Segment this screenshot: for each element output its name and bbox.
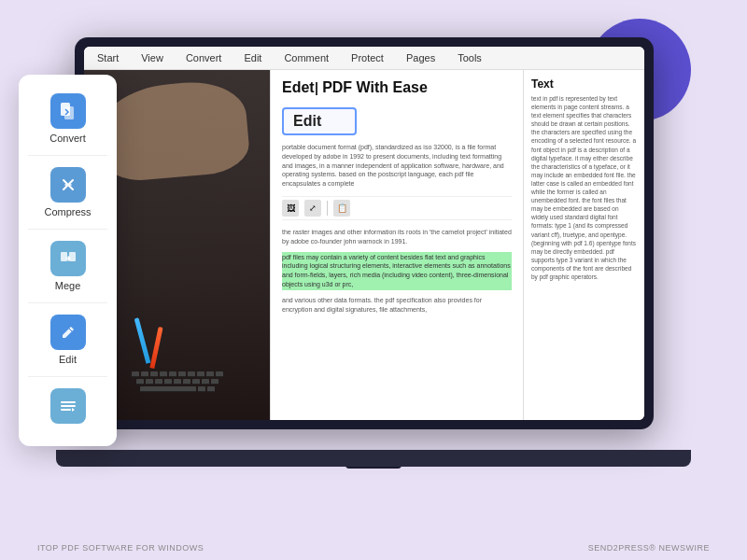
svg-rect-1 bbox=[64, 106, 74, 119]
sidebar-item-edit[interactable]: Edit bbox=[19, 305, 117, 374]
menu-item-tools[interactable]: Tools bbox=[454, 50, 486, 65]
pdf-title: Edet PDF With Ease bbox=[282, 79, 512, 96]
pdf-title-text2: PDF With Ease bbox=[322, 79, 428, 95]
pdf-body-text3: and various other data formats. the pdf … bbox=[282, 296, 512, 315]
sidebar-item-compress[interactable]: Compress bbox=[19, 158, 117, 227]
convert-label: Convert bbox=[49, 133, 86, 144]
menu-item-view[interactable]: View bbox=[137, 50, 167, 65]
sidebar-item-merge[interactable]: Mege bbox=[19, 231, 117, 301]
footer-right: Send2Press® Newswire bbox=[588, 543, 710, 553]
pdf-cursor bbox=[316, 82, 317, 95]
toolbar-copy-icon[interactable]: 📋 bbox=[333, 200, 350, 217]
edit-highlight-box: Edit bbox=[282, 107, 357, 135]
sidebar-divider-3 bbox=[28, 302, 107, 303]
compress-icon bbox=[50, 167, 86, 203]
pdf-title-text1: Edet bbox=[282, 79, 315, 95]
laptop-base bbox=[56, 450, 691, 467]
menu-item-pages[interactable]: Pages bbox=[402, 50, 439, 65]
svg-rect-2 bbox=[61, 252, 67, 261]
toolbar-divider1 bbox=[327, 201, 328, 216]
right-panel-body: text in pdf is represented by text eleme… bbox=[531, 94, 637, 281]
menu-bar: Start View Convert Edit Comment Protect … bbox=[84, 47, 644, 70]
menu-item-start[interactable]: Start bbox=[93, 50, 122, 65]
pdf-right-panel: Text text in pdf is represented by text … bbox=[523, 70, 644, 420]
pdf-body-text2: the raster images and other information … bbox=[282, 228, 512, 246]
sidebar-divider-1 bbox=[28, 155, 107, 156]
menu-item-protect[interactable]: Protect bbox=[347, 50, 388, 65]
sidebar-divider-4 bbox=[28, 376, 107, 377]
menu-item-convert[interactable]: Convert bbox=[182, 50, 226, 65]
sidebar-panel: Convert Compress Mege bbox=[19, 75, 117, 446]
sidebar-item-convert[interactable]: Convert bbox=[19, 84, 117, 153]
footer-bar: ITOP PDF SOFTWARE FOR WINDOWS Send2Press… bbox=[0, 543, 747, 553]
pdf-toolbar[interactable]: 🖼 ⤢ 📋 bbox=[282, 196, 512, 220]
right-panel-title: Text bbox=[531, 77, 637, 91]
compress-label: Compress bbox=[44, 206, 91, 217]
laptop-wrapper: Start View Convert Edit Comment Protect … bbox=[75, 37, 672, 495]
edit-box-label: Edit bbox=[293, 113, 321, 129]
sidebar-divider-2 bbox=[28, 229, 107, 230]
pdf-highlight-text: pdf files may contain a variety of conte… bbox=[282, 252, 512, 290]
sidebar-item-markup[interactable] bbox=[19, 379, 117, 437]
pdf-main-content: Edet PDF With Ease Edit portable documen… bbox=[271, 70, 523, 420]
laptop-frame: Start View Convert Edit Comment Protect … bbox=[75, 37, 654, 429]
menu-item-edit[interactable]: Edit bbox=[240, 50, 265, 65]
toolbar-move-icon[interactable]: ⤢ bbox=[304, 200, 321, 217]
markup-icon bbox=[50, 388, 86, 424]
laptop-screen: Start View Convert Edit Comment Protect … bbox=[84, 47, 644, 420]
pdf-body-text1: portable document format (pdf), standard… bbox=[282, 143, 512, 189]
edit-label: Edit bbox=[59, 354, 77, 365]
merge-label: Mege bbox=[55, 280, 81, 291]
toolbar-image-icon[interactable]: 🖼 bbox=[282, 200, 299, 217]
menu-item-comment[interactable]: Comment bbox=[280, 50, 332, 65]
convert-icon bbox=[50, 93, 86, 129]
footer-left: ITOP PDF SOFTWARE FOR WINDOWS bbox=[37, 543, 204, 553]
screen-content: Edet PDF With Ease Edit portable documen… bbox=[84, 70, 644, 420]
edit-icon bbox=[50, 315, 86, 350]
svg-rect-3 bbox=[69, 252, 76, 261]
merge-icon bbox=[50, 241, 86, 276]
